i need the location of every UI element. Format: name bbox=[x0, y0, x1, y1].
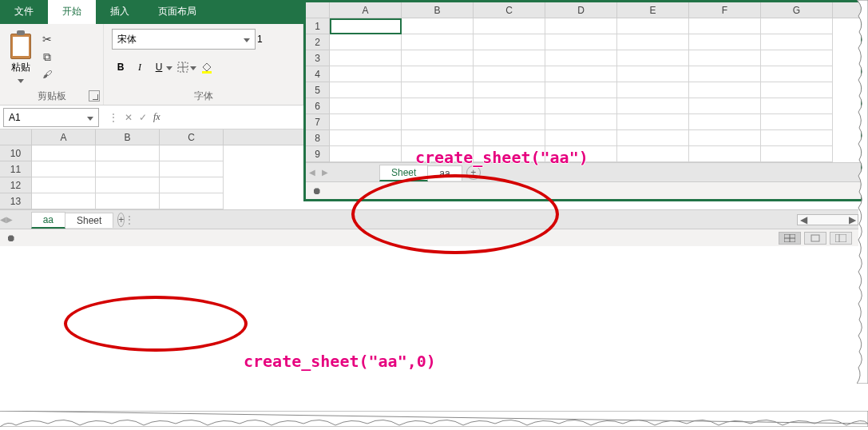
horizontal-scrollbar[interactable]: ◀ ▶ bbox=[797, 214, 858, 225]
cell[interactable] bbox=[545, 98, 617, 114]
cell[interactable] bbox=[96, 193, 160, 209]
row-header[interactable]: 10 bbox=[0, 145, 32, 161]
cell[interactable] bbox=[330, 130, 402, 146]
cell[interactable] bbox=[402, 146, 474, 162]
cell[interactable] bbox=[761, 66, 833, 82]
column-header[interactable]: C bbox=[474, 2, 545, 18]
cell[interactable] bbox=[761, 146, 833, 162]
cell[interactable] bbox=[617, 98, 689, 114]
row-header[interactable]: 7 bbox=[306, 114, 330, 130]
cell[interactable] bbox=[545, 82, 617, 98]
cell[interactable] bbox=[330, 34, 402, 50]
nav-left-icon[interactable]: ◀ bbox=[306, 168, 319, 177]
cell[interactable] bbox=[160, 161, 224, 177]
cell[interactable] bbox=[545, 130, 617, 146]
cell[interactable] bbox=[617, 146, 689, 162]
cell[interactable] bbox=[761, 130, 833, 146]
cell[interactable] bbox=[689, 130, 761, 146]
cell[interactable] bbox=[545, 50, 617, 66]
copy-button[interactable] bbox=[39, 49, 55, 65]
cell[interactable] bbox=[330, 18, 402, 34]
select-all-corner[interactable] bbox=[0, 129, 32, 145]
cell[interactable] bbox=[761, 34, 833, 50]
cell[interactable] bbox=[689, 82, 761, 98]
column-header[interactable]: F bbox=[689, 2, 761, 18]
cell[interactable] bbox=[32, 161, 96, 177]
row-header[interactable]: 9 bbox=[306, 146, 330, 162]
nav-right-icon[interactable]: ▶ bbox=[6, 215, 13, 224]
cell[interactable] bbox=[402, 34, 474, 50]
cell[interactable] bbox=[330, 82, 402, 98]
normal-view-button[interactable] bbox=[779, 232, 801, 245]
column-header[interactable]: B bbox=[96, 129, 160, 145]
cell[interactable] bbox=[330, 98, 402, 114]
cell[interactable] bbox=[761, 50, 833, 66]
cell[interactable] bbox=[160, 145, 224, 161]
font-family-combo[interactable]: 宋体 bbox=[112, 29, 256, 50]
nav-right-icon[interactable]: ▶ bbox=[319, 168, 331, 177]
cell[interactable] bbox=[474, 146, 545, 162]
row-header[interactable]: 12 bbox=[0, 177, 32, 193]
enter-button[interactable]: ✓ bbox=[139, 112, 147, 123]
cell[interactable] bbox=[689, 50, 761, 66]
name-box[interactable]: A1 bbox=[3, 108, 99, 127]
cell[interactable] bbox=[545, 114, 617, 130]
cell[interactable] bbox=[617, 82, 689, 98]
cell[interactable] bbox=[96, 177, 160, 193]
cell[interactable] bbox=[96, 161, 160, 177]
cell[interactable] bbox=[545, 18, 617, 34]
cell[interactable] bbox=[545, 146, 617, 162]
column-header[interactable]: E bbox=[617, 2, 689, 18]
cell[interactable] bbox=[402, 98, 474, 114]
row-header[interactable]: 1 bbox=[306, 18, 330, 34]
cell[interactable] bbox=[761, 18, 833, 34]
cut-button[interactable] bbox=[39, 31, 55, 47]
column-header[interactable]: A bbox=[330, 2, 402, 18]
column-header[interactable]: D bbox=[545, 2, 617, 18]
row-header[interactable]: 8 bbox=[306, 130, 330, 146]
scroll-left-icon[interactable]: ◀ bbox=[798, 214, 809, 225]
tab-file[interactable]: 文件 bbox=[0, 0, 48, 24]
cell[interactable] bbox=[402, 50, 474, 66]
cell[interactable] bbox=[474, 82, 545, 98]
cell[interactable] bbox=[545, 34, 617, 50]
add-sheet-button[interactable]: + bbox=[117, 213, 125, 227]
cancel-button[interactable]: ✕ bbox=[125, 112, 133, 123]
sheet-tab-sheet[interactable]: Sheet bbox=[65, 213, 113, 228]
cell[interactable] bbox=[160, 177, 224, 193]
page-break-view-button[interactable] bbox=[830, 232, 852, 245]
clipboard-launcher-icon[interactable] bbox=[89, 90, 100, 102]
cell[interactable] bbox=[617, 114, 689, 130]
cell[interactable] bbox=[402, 130, 474, 146]
cell[interactable] bbox=[689, 18, 761, 34]
row-header[interactable]: 6 bbox=[306, 98, 330, 114]
row-header[interactable]: 2 bbox=[306, 34, 330, 50]
scroll-right-icon[interactable]: ▶ bbox=[846, 214, 858, 225]
cell[interactable] bbox=[689, 66, 761, 82]
column-header[interactable]: B bbox=[402, 2, 474, 18]
cell[interactable] bbox=[402, 82, 474, 98]
cell[interactable] bbox=[402, 66, 474, 82]
cell[interactable] bbox=[474, 66, 545, 82]
format-painter-button[interactable] bbox=[39, 66, 55, 82]
bold-button[interactable]: B bbox=[112, 58, 129, 77]
cell[interactable] bbox=[617, 66, 689, 82]
sheet-tab-sheet[interactable]: Sheet bbox=[379, 165, 428, 181]
underline-button[interactable]: U bbox=[150, 58, 168, 77]
cell[interactable] bbox=[32, 145, 96, 161]
cell[interactable] bbox=[474, 130, 545, 146]
column-header[interactable]: G bbox=[761, 2, 833, 18]
cell[interactable] bbox=[160, 193, 224, 209]
cell[interactable] bbox=[689, 146, 761, 162]
cell[interactable] bbox=[689, 114, 761, 130]
fill-color-button[interactable] bbox=[198, 58, 216, 77]
cell[interactable] bbox=[474, 50, 545, 66]
cell[interactable] bbox=[545, 66, 617, 82]
cell[interactable] bbox=[474, 114, 545, 130]
paste-button[interactable]: 粘贴 bbox=[5, 27, 37, 89]
cell[interactable] bbox=[330, 50, 402, 66]
cell[interactable] bbox=[474, 34, 545, 50]
cell[interactable] bbox=[761, 98, 833, 114]
border-button[interactable] bbox=[174, 58, 192, 77]
row-header[interactable]: 5 bbox=[306, 82, 330, 98]
